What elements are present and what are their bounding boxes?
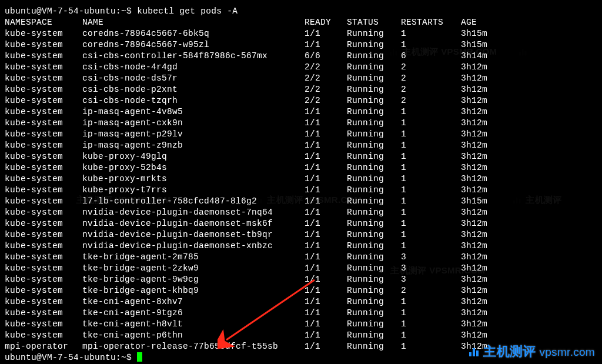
- table-row: kube-systemip-masq-agent-cxk9n1/1Running…: [5, 118, 597, 129]
- cell-namespace: kube-system: [5, 207, 82, 218]
- cell-namespace: kube-system: [5, 28, 82, 39]
- table-row: kube-systemcsi-cbs-node-tzqrh2/2Running2…: [5, 95, 597, 106]
- cell-age: 3h15m: [461, 28, 487, 39]
- cell-name: csi-cbs-node-4r4gd: [82, 62, 305, 73]
- table-row: kube-systemkube-proxy-t7rrs1/1Running13h…: [5, 185, 597, 196]
- cell-restarts: 1: [401, 207, 461, 218]
- table-row: kube-systemcsi-cbs-node-4r4gd2/2Running2…: [5, 62, 597, 73]
- cell-restarts: 1: [401, 308, 461, 319]
- cell-age: 3h12m: [461, 296, 487, 308]
- table-row: kube-systemtke-cni-agent-9tgz61/1Running…: [5, 308, 597, 319]
- cell-ready: 1/1: [305, 106, 347, 118]
- table-row: kube-systemtke-bridge-agent-2zkw91/1Runn…: [5, 263, 597, 274]
- cell-status: Running: [347, 308, 401, 319]
- cell-ready: 1/1: [305, 207, 347, 218]
- cell-ready: 1/1: [305, 319, 347, 330]
- cell-namespace: kube-system: [5, 162, 82, 173]
- table-row: kube-systeml7-lb-controller-758cfcd487-8…: [5, 196, 597, 207]
- cell-age: 3h14m: [461, 51, 487, 62]
- table-row: kube-systemtke-bridge-agent-2m7851/1Runn…: [5, 252, 597, 263]
- cell-status: Running: [347, 252, 401, 263]
- table-row: kube-systemip-masq-agent-4v8w51/1Running…: [5, 106, 597, 118]
- command-text: kubectl get pods -A: [137, 6, 238, 16]
- cell-ready: 1/1: [305, 185, 347, 196]
- cell-age: 3h12m: [461, 173, 487, 185]
- cell-name: csi-cbs-node-ds57r: [82, 73, 305, 84]
- table-row: kube-systemkube-proxy-52b4s1/1Running13h…: [5, 162, 597, 173]
- prompt-line-1: ubuntu@VM-7-54-ubuntu:~$ kubectl get pod…: [5, 6, 597, 17]
- cell-name: ip-masq-agent-z9nzb: [82, 140, 305, 151]
- cell-ready: 1/1: [305, 252, 347, 263]
- cell-status: Running: [347, 173, 401, 185]
- cell-status: Running: [347, 95, 401, 106]
- table-row: kube-systemcoredns-78964c5667-6bk5q1/1Ru…: [5, 28, 597, 39]
- cell-age: 3h12m: [461, 106, 487, 118]
- cell-namespace: kube-system: [5, 252, 82, 263]
- cell-namespace: kube-system: [5, 73, 82, 84]
- cell-name: nvidia-device-plugin-daemonset-tb9qr: [82, 229, 305, 241]
- cell-status: Running: [347, 285, 401, 296]
- header-name: NAME: [82, 17, 305, 28]
- cell-age: 3h12m: [461, 140, 487, 151]
- table-row: kube-systemnvidia-device-plugin-daemonse…: [5, 229, 597, 241]
- terminal-output[interactable]: ubuntu@VM-7-54-ubuntu:~$ kubectl get pod…: [5, 6, 597, 363]
- cell-restarts: 1: [401, 229, 461, 241]
- cell-name: coredns-78964c5667-w95zl: [82, 39, 305, 51]
- cell-restarts: 1: [401, 162, 461, 173]
- header-namespace: NAMESPACE: [5, 17, 82, 28]
- cell-name: tke-bridge-agent-2m785: [82, 252, 305, 263]
- cell-status: Running: [347, 296, 401, 308]
- cell-restarts: 1: [401, 173, 461, 185]
- table-row: kube-systemip-masq-agent-p29lv1/1Running…: [5, 129, 597, 140]
- cell-ready: 6/6: [305, 51, 347, 62]
- cell-namespace: kube-system: [5, 218, 82, 229]
- cell-namespace: kube-system: [5, 285, 82, 296]
- cell-restarts: 1: [401, 296, 461, 308]
- cell-status: Running: [347, 129, 401, 140]
- cell-status: Running: [347, 341, 401, 352]
- cell-ready: 2/2: [305, 95, 347, 106]
- cell-ready: 1/1: [305, 330, 347, 341]
- table-row: kube-systemcsi-cbs-node-ds57r2/2Running2…: [5, 73, 597, 84]
- cell-namespace: kube-system: [5, 39, 82, 51]
- cell-restarts: 6: [401, 51, 461, 62]
- cell-restarts: 1: [401, 185, 461, 196]
- cell-restarts: 2: [401, 62, 461, 73]
- cell-restarts: 3: [401, 252, 461, 263]
- cell-restarts: 1: [401, 118, 461, 129]
- cell-ready: 1/1: [305, 28, 347, 39]
- cell-ready: 1/1: [305, 296, 347, 308]
- cell-namespace: kube-system: [5, 196, 82, 207]
- cell-restarts: 1: [401, 196, 461, 207]
- cell-restarts: 1: [401, 319, 461, 330]
- cell-ready: 1/1: [305, 118, 347, 129]
- cell-name: csi-cbs-node-p2xnt: [82, 84, 305, 95]
- cell-age: 3h12m: [461, 218, 487, 229]
- cell-namespace: kube-system: [5, 319, 82, 330]
- cell-ready: 1/1: [305, 39, 347, 51]
- table-row: kube-systemkube-proxy-mrkts1/1Running13h…: [5, 173, 597, 185]
- cell-namespace: kube-system: [5, 274, 82, 285]
- cell-name: l7-lb-controller-758cfcd487-8l6g2: [82, 196, 305, 207]
- cell-name: coredns-78964c5667-6bk5q: [82, 28, 305, 39]
- table-row: kube-systemnvidia-device-plugin-daemonse…: [5, 207, 597, 218]
- cell-restarts: 1: [401, 106, 461, 118]
- cell-status: Running: [347, 118, 401, 129]
- cell-ready: 2/2: [305, 73, 347, 84]
- cursor-block: [137, 352, 142, 362]
- cell-ready: 1/1: [305, 151, 347, 162]
- watermark-logo: 主机测评vpsmr.com: [467, 346, 595, 358]
- cell-restarts: 2: [401, 73, 461, 84]
- table-row: kube-systemnvidia-device-plugin-daemonse…: [5, 241, 597, 252]
- cell-namespace: kube-system: [5, 173, 82, 185]
- cell-status: Running: [347, 62, 401, 73]
- cell-name: csi-cbs-controller-584f87986c-567mx: [82, 51, 305, 62]
- cell-age: 3h12m: [461, 129, 487, 140]
- cell-status: Running: [347, 185, 401, 196]
- cell-name: kube-proxy-49glq: [82, 151, 305, 162]
- cell-namespace: kube-system: [5, 95, 82, 106]
- cell-age: 3h12m: [461, 319, 487, 330]
- cell-namespace: kube-system: [5, 129, 82, 140]
- cell-age: 3h12m: [461, 263, 487, 274]
- cell-restarts: 2: [401, 95, 461, 106]
